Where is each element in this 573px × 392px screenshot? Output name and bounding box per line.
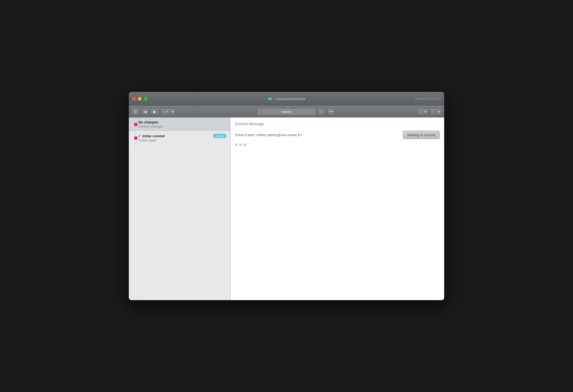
initial-commit-title: Initial commit [142,134,165,138]
more-icon: ••• [329,110,333,114]
more-button[interactable]: ••• [327,108,335,116]
push-chevron-icon: ▾ [438,110,440,114]
commit-author: Chloé Cabot [138,139,226,142]
pull-chevron-icon: ▾ [425,110,427,114]
branch-input[interactable] [257,108,316,116]
main-panel: Chloé Cabot <chloe.cabot1@univ-rouen.fr>… [231,117,444,300]
author-row: Chloé Cabot <chloe.cabot1@univ-rouen.fr>… [235,131,440,139]
dot-indicator-3 [243,143,246,146]
back-button[interactable]: ◀ [141,108,149,116]
commit-button[interactable]: ↓ ✔ [160,108,170,116]
no-changes-title: No changes [138,120,226,124]
push-button-group: ↑ ▾ [430,108,442,116]
commit-message-input[interactable] [235,121,440,127]
nothing-to-commit-button[interactable]: Nothing to commit [403,131,440,139]
forward-button[interactable]: ▶ [151,108,159,116]
minimize-button[interactable] [138,97,142,101]
unregistered-label: UNREGISTERED [415,97,440,100]
commit-chevron-icon: ▾ [172,110,174,114]
traffic-lights [132,97,148,101]
back-icon: ◀ [144,110,146,114]
commit-dot [134,123,137,126]
push-dropdown-button[interactable]: ▾ [436,108,442,116]
commit-title-row: 2 Initial commit master [138,134,226,138]
repo-icon [268,97,272,100]
toggle-sidebar-icon: ☰ [134,110,137,114]
commit-button-group: ↓ ✔ ▾ [160,108,176,116]
pull-icon: ↓ [419,110,421,114]
pull-dropdown-button[interactable]: ▾ [423,108,428,116]
push-button[interactable]: ↑ [430,108,436,116]
app-window: ~/Sites/lpmn/IntroGit UNREGISTERED ☰ ◀ ▶… [129,92,444,300]
commit-dropdown-button[interactable]: ▾ [170,108,176,116]
sidebar: No changes Commit Changes 2 Initial comm… [129,117,230,300]
titlebar: ~/Sites/lpmn/IntroGit UNREGISTERED [129,92,444,106]
dots-area [235,142,440,147]
list-item[interactable]: No changes Commit Changes [129,117,230,131]
commit-list: No changes Commit Changes 2 Initial comm… [129,117,230,145]
author-text: Chloé Cabot <chloe.cabot1@univ-rouen.fr> [235,133,302,137]
close-button[interactable] [132,97,136,101]
titlebar-center: ~/Sites/lpmn/IntroGit [268,97,305,101]
push-icon: ↑ [432,110,434,114]
search-icon: ⌕ [320,110,323,114]
commit-down-icon: ↓ [163,110,165,114]
commit-dot [134,136,137,140]
dot-indicator-1 [235,143,238,146]
maximize-button[interactable] [144,97,148,101]
commit-check-icon: ✔ [166,110,168,113]
pull-button[interactable]: ↓ [417,108,423,116]
forward-icon: ▶ [153,110,156,114]
toolbar: ☰ ◀ ▶ ↓ ✔ ▾ ⌕ ••• [129,106,444,117]
branch-area: ⌕ ••• [177,108,415,116]
commit-changes-subtitle: Commit Changes [138,125,226,128]
commit-number: 2 [138,134,140,138]
search-button[interactable]: ⌕ [318,108,326,116]
dot-indicator-2 [239,143,242,146]
pull-button-group: ↓ ▾ [417,108,428,116]
branch-badge: master [213,134,226,138]
titlebar-title: ~/Sites/lpmn/IntroGit [274,97,305,101]
list-item[interactable]: 2 Initial commit master Chloé Cabot [129,131,230,145]
toggle-sidebar-button[interactable]: ☰ [131,108,140,116]
content-area: No changes Commit Changes 2 Initial comm… [129,117,444,300]
